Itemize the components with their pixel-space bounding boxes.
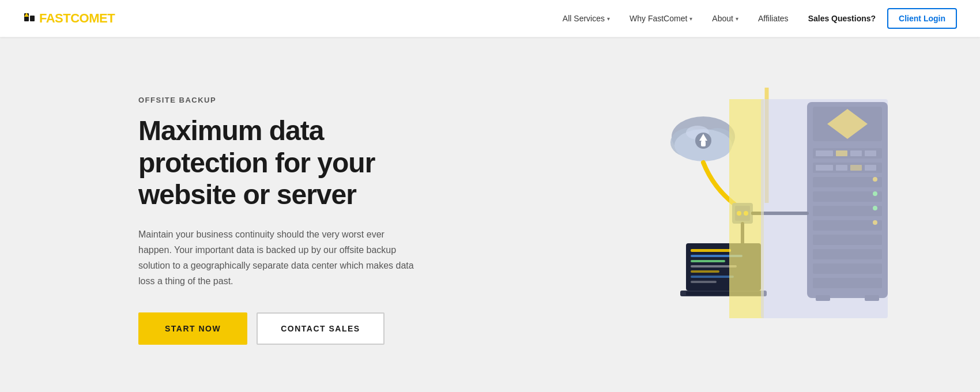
hero-buttons: START NOW CONTACT SALES xyxy=(138,312,438,345)
contact-sales-button[interactable]: CONTACT SALES xyxy=(257,312,384,345)
hero-subtitle: OFFSITE BACKUP xyxy=(138,96,438,104)
svg-rect-23 xyxy=(691,276,734,278)
illus-purple-block xyxy=(761,99,888,318)
svg-rect-1 xyxy=(30,16,35,21)
nav-why-fastcomet[interactable]: Why FastComet ▾ xyxy=(621,9,700,28)
hero-description: Maintain your business continuity should… xyxy=(138,227,415,289)
nav-affiliates[interactable]: Affiliates xyxy=(750,9,797,28)
chevron-down-icon: ▾ xyxy=(736,16,738,22)
start-now-button[interactable]: START NOW xyxy=(138,312,247,345)
chevron-down-icon: ▾ xyxy=(689,16,692,22)
illus-yellow-stripe xyxy=(729,99,764,318)
svg-rect-24 xyxy=(691,281,717,283)
hero-content: OFFSITE BACKUP Maximum data protection f… xyxy=(138,84,438,344)
nav-all-services[interactable]: All Services ▾ xyxy=(555,9,618,28)
hero-title: Maximum data protection for your website… xyxy=(138,115,438,210)
header: FASTCOMET All Services ▾ Why FastComet ▾… xyxy=(0,0,980,37)
svg-rect-22 xyxy=(691,270,719,273)
hero-illustration xyxy=(634,88,922,341)
svg-rect-20 xyxy=(691,260,725,262)
hero-section: OFFSITE BACKUP Maximum data protection f… xyxy=(0,37,980,392)
main-nav: All Services ▾ Why FastComet ▾ About ▾ A… xyxy=(555,8,957,29)
logo-text: FASTCOMET xyxy=(39,11,115,26)
logo[interactable]: FASTCOMET xyxy=(23,11,115,26)
client-login-button[interactable]: Client Login xyxy=(887,8,957,29)
nav-sales-questions[interactable]: Sales Questions? xyxy=(800,9,884,28)
nav-about[interactable]: About ▾ xyxy=(704,9,747,28)
logo-icon xyxy=(23,12,36,25)
chevron-down-icon: ▾ xyxy=(607,16,610,22)
svg-rect-10 xyxy=(701,141,706,146)
svg-rect-18 xyxy=(691,249,731,252)
